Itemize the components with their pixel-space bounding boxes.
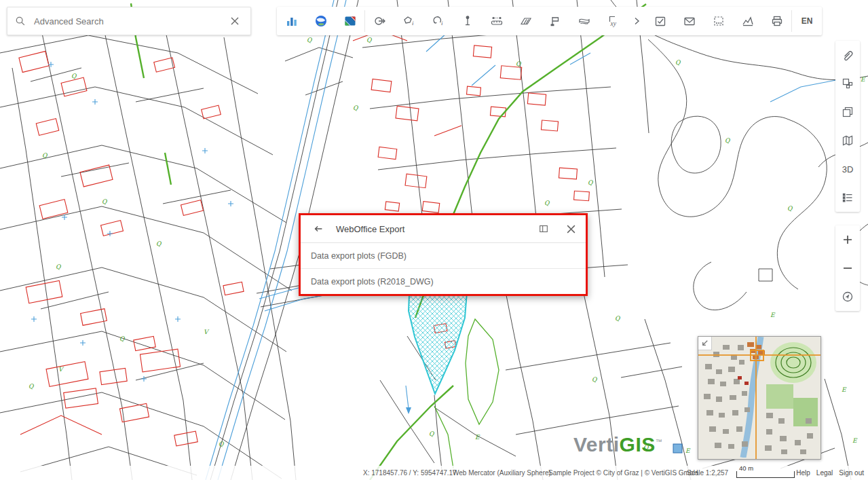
scale-bar: 40 m	[736, 471, 795, 478]
status-bar: X: 1718457.76 / Y: 5954747.17 Web Mercat…	[0, 466, 868, 480]
overview-map[interactable]	[698, 336, 821, 460]
legal-link[interactable]: Legal	[816, 469, 833, 477]
vertigis-watermark: VertiGIS™	[573, 433, 662, 456]
pin-coordinate-button[interactable]	[453, 7, 482, 35]
map-copy-button[interactable]	[835, 98, 860, 126]
swipe-layers-button[interactable]	[569, 7, 599, 35]
more-tools-button[interactable]	[628, 7, 645, 35]
google-earth-icon	[314, 14, 328, 28]
redline-flag-button[interactable]	[540, 7, 569, 35]
imagery-map-icon	[343, 14, 357, 28]
workflow-icon	[841, 77, 854, 90]
profile-chart-button[interactable]	[733, 7, 762, 35]
weboffice-app: QQQ QQQ QQQ QQQ QQQ QQQ QQQ Q EEE EEE VV	[0, 0, 868, 480]
search-close-button[interactable]	[226, 12, 244, 30]
dialog-close-button[interactable]	[561, 219, 580, 238]
locate-icon	[841, 290, 854, 303]
status-coordinates: X: 1718457.76 / Y: 5954747.17	[363, 469, 457, 477]
status-projection: Web Mercator (Auxiliary Sphere)	[453, 469, 551, 477]
print-button[interactable]	[762, 7, 791, 35]
status-links: Help Legal Sign out	[796, 469, 864, 477]
language-button[interactable]: EN	[792, 7, 822, 35]
svg-text:i: i	[412, 20, 414, 26]
status-scale: Scale 1:2,257	[687, 469, 728, 477]
back-arrow-icon	[312, 223, 324, 235]
map-book-button[interactable]	[835, 126, 860, 155]
three-d-button[interactable]: 3D	[835, 155, 860, 183]
side-nav-column	[835, 225, 860, 311]
identify-polygon-icon: i	[402, 14, 416, 28]
xy-coordinates-button[interactable]: xy	[599, 7, 628, 35]
map-copy-icon	[841, 105, 854, 119]
measure-area-button[interactable]	[511, 7, 540, 35]
help-link[interactable]: Help	[796, 469, 810, 477]
watermark-tm: ™	[656, 438, 663, 445]
send-mail-button[interactable]	[675, 7, 704, 35]
measure-distance-button[interactable]	[482, 7, 511, 35]
watermark-gray: Verti	[573, 433, 620, 456]
statistics-chart-icon	[285, 14, 299, 28]
status-copyright: Sample Project © City of Graz | © VertiG…	[548, 469, 698, 477]
legend-icon	[841, 191, 854, 204]
zoom-in-icon	[841, 233, 854, 246]
identify-polygon-button[interactable]: i	[394, 7, 423, 35]
zoom-out-button[interactable]	[835, 254, 860, 282]
side-tool-column: 3D	[835, 41, 860, 212]
dialog-title: WebOffice Export	[336, 224, 526, 234]
chevron-right-icon	[631, 16, 642, 26]
legend-button[interactable]	[835, 183, 860, 212]
overview-extent-box	[750, 350, 764, 361]
weboffice-export-dialog: WebOffice Export Data export plots (FGDB…	[299, 213, 588, 296]
xy-coordinates-icon: xy	[607, 14, 620, 28]
statistics-chart-button[interactable]	[277, 7, 306, 35]
export-item-fgdb[interactable]: Data export plots (FGDB)	[301, 243, 586, 268]
measure-distance-icon	[490, 14, 504, 28]
identify-radius-button[interactable]: i	[423, 7, 453, 35]
dialog-header: WebOffice Export	[301, 215, 586, 243]
svg-text:xy: xy	[609, 20, 616, 27]
main-toolbar: i i	[277, 7, 822, 35]
edit-tasks-button[interactable]	[645, 7, 675, 35]
google-earth-button[interactable]	[306, 7, 335, 35]
imagery-map-button[interactable]	[335, 7, 364, 35]
overview-collapse-button[interactable]	[698, 337, 712, 350]
scale-bar-label: 40 m	[739, 464, 753, 472]
select-features-icon	[712, 14, 725, 28]
edit-tasks-icon	[654, 14, 667, 28]
locate-button[interactable]	[835, 282, 860, 311]
collapse-arrow-icon	[700, 338, 710, 348]
measure-area-icon	[519, 14, 533, 28]
search-box	[7, 7, 251, 35]
swipe-layers-icon	[578, 14, 591, 28]
export-item-dwg[interactable]: Data export plots (R2018_DWG)	[301, 268, 586, 294]
pin-coordinate-icon	[461, 14, 474, 28]
svg-text:i: i	[441, 20, 443, 26]
watermark-green: GIS	[620, 433, 656, 456]
zoom-in-button[interactable]	[835, 225, 860, 254]
pan-button[interactable]	[365, 7, 394, 35]
zoom-out-icon	[841, 261, 854, 275]
profile-chart-icon	[741, 14, 755, 28]
close-icon	[230, 16, 240, 26]
attachment-icon	[841, 48, 854, 62]
dialog-back-button[interactable]	[309, 219, 328, 238]
print-icon	[770, 14, 784, 28]
identify-radius-icon: i	[432, 14, 445, 28]
search-icon	[14, 15, 26, 27]
detach-window-icon	[538, 223, 549, 234]
attachment-button[interactable]	[835, 41, 860, 69]
map-book-icon	[841, 134, 854, 147]
select-features-button[interactable]	[704, 7, 733, 35]
redline-flag-icon	[548, 14, 562, 28]
search-input[interactable]	[33, 16, 220, 27]
close-icon	[566, 224, 576, 234]
pan-icon	[373, 14, 387, 28]
map-symbol	[673, 444, 682, 453]
workflow-button[interactable]	[835, 69, 860, 98]
dialog-detach-button[interactable]	[534, 219, 553, 238]
signout-link[interactable]: Sign out	[839, 469, 864, 477]
send-mail-icon	[683, 14, 696, 28]
